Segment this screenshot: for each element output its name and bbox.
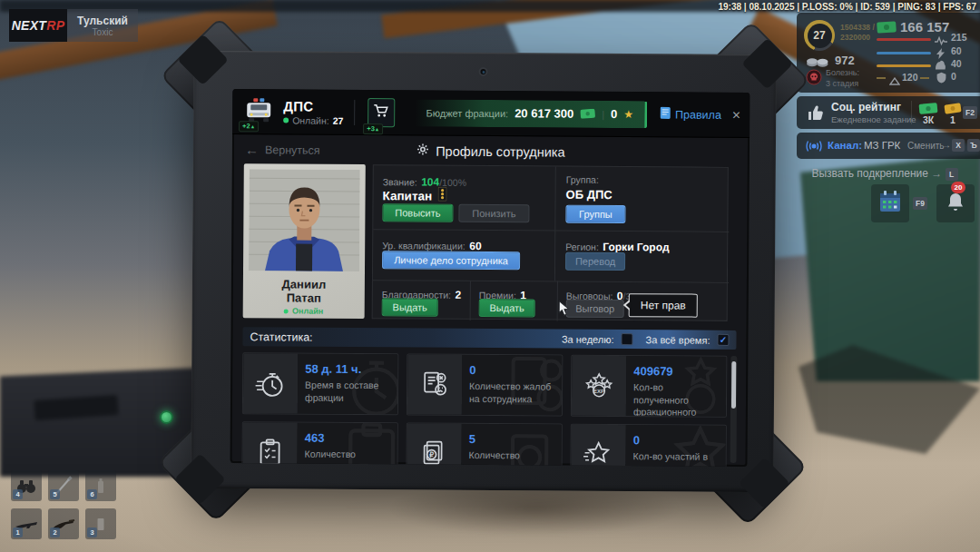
cards-scrollbar-thumb[interactable]	[731, 361, 736, 409]
armor-icon	[936, 71, 946, 87]
demote-button[interactable]: Понизить	[458, 204, 529, 223]
give-thanks-button[interactable]: Выдать	[382, 298, 438, 316]
stat-value: 463	[305, 431, 390, 446]
shop-badge-value: +3	[367, 124, 375, 133]
bell-icon	[946, 192, 965, 215]
star-icon	[571, 425, 625, 467]
arrow-right-icon: →	[931, 167, 942, 180]
status-line: 19:38 | 08.10.2025 | P.LOSS: 0% | ID: 53…	[719, 2, 977, 12]
inventory-slot[interactable]: 2	[48, 508, 79, 539]
stat-value: 409679	[633, 364, 719, 379]
employee-online-status: Онлайн	[249, 306, 359, 316]
stat-card-time: 58 д. 11 ч. Время в составефракции	[242, 352, 398, 415]
stat-label: Время в составефракции	[305, 380, 390, 405]
complaints-doc-icon	[407, 354, 462, 414]
inventory-slot[interactable]: 3	[85, 508, 116, 539]
inventory-slot[interactable]: 4	[11, 470, 42, 501]
stat-card-fines: ₽ 5 Количество	[406, 422, 562, 467]
mountain-icon	[889, 73, 900, 89]
inventory-slot[interactable]: 6	[85, 470, 116, 501]
thanks-value: 2	[455, 289, 461, 301]
tablet-camera	[479, 67, 488, 76]
close-button[interactable]: ×	[732, 107, 740, 122]
statistics-bar: Статистика: За неделю: За всё время: ✓	[242, 327, 736, 350]
faction-name: ДПС	[283, 98, 343, 113]
social-subtitle: Ежедневное задание	[831, 114, 916, 124]
week-filter-label: За неделю:	[562, 333, 614, 344]
nextrp-logo: NEXTRP	[9, 9, 67, 42]
stat-value: 0	[633, 433, 719, 448]
channel-key-x: X	[952, 139, 965, 152]
logo-next-text: NEXT	[12, 18, 47, 33]
disease-label: Болезнь:	[826, 68, 859, 77]
social-key-hint: F2	[963, 106, 977, 119]
inventory-slot[interactable]: 5	[48, 470, 79, 501]
game-screen: NEXTRP Тульский Toxic 19:38 | 08.10.2025…	[0, 0, 980, 552]
faction-tablet: +2▲ ДПС Онлайн:27 +3▲ Бюджет фракции: 20…	[191, 51, 776, 492]
daily-ticket-value: 1	[944, 114, 962, 125]
stat-label-line2: фракции	[305, 391, 344, 402]
rules-button[interactable]: Правила	[660, 106, 721, 122]
calendar-tile[interactable]	[871, 184, 909, 222]
online-count: 27	[333, 114, 344, 125]
reprimand-button[interactable]: Выговор	[566, 300, 624, 318]
shop-button[interactable]	[368, 98, 395, 127]
first-name: Даниил	[282, 277, 327, 291]
slot-number: 5	[50, 489, 60, 499]
panel-divider	[554, 167, 556, 281]
mugshot-portrait	[249, 258, 359, 274]
radio-icon	[804, 139, 824, 157]
last-name: Патап	[287, 291, 321, 304]
qualification-label: Ур. квалификации:	[382, 240, 466, 251]
thumbs-up-icon	[806, 103, 826, 126]
online-dot	[283, 117, 289, 123]
social-rating-panel[interactable]: Соц. рейтинг Ежедневное задание 3К 1 F2	[797, 96, 980, 129]
panel-divider	[470, 281, 471, 320]
arrow-right-icon: →	[942, 140, 951, 150]
svg-text:₽: ₽	[429, 449, 434, 458]
header-divider	[354, 100, 355, 125]
clipboard-icon	[242, 422, 297, 467]
player-hud-panel: 27 1504338 /2320000 166 157 972 Болезнь:…	[797, 13, 980, 93]
faction-budget: Бюджет фракции: 20 617 300 | 0 ★	[415, 99, 647, 128]
rules-label: Правила	[675, 108, 721, 121]
stat-label-line1: Количество	[305, 448, 356, 459]
stamina-dash-right	[920, 77, 929, 79]
give-bonus-button[interactable]: Выдать	[479, 299, 535, 317]
page-title-text: Профиль сотрудника	[436, 143, 564, 159]
exp-stars-icon: EXP	[572, 356, 626, 416]
level-ring: 27	[804, 20, 835, 51]
no-rights-tooltip: Нет прав	[629, 293, 698, 318]
dossier-button[interactable]: Личное дело сотрудника	[382, 251, 520, 270]
promote-button[interactable]: Повысить	[382, 203, 453, 222]
mouse-cursor	[558, 301, 571, 320]
stat-card-complaints: 0 Количество жалобна сотрудника	[407, 353, 563, 416]
up-arrow-icon: ▲	[375, 126, 379, 132]
week-checkbox[interactable]	[622, 333, 633, 345]
disease-stage: 3 стадия	[826, 79, 858, 88]
energy-value: 60	[951, 45, 962, 56]
up-arrow-icon: ▲	[250, 123, 255, 129]
groups-button[interactable]: Группы	[565, 205, 625, 223]
faction-icon-wrap[interactable]: +2▲	[241, 96, 276, 127]
stat-label: Кол-во участий в	[633, 450, 719, 463]
strength-value: 40	[951, 58, 962, 69]
stat-card-events: 0 Кол-во участий в	[570, 424, 726, 467]
shop-wrap[interactable]: +3▲	[366, 97, 397, 128]
members-badge: +2▲	[239, 121, 259, 132]
faction-title-block: ДПС Онлайн:27	[283, 98, 343, 125]
call-backup-hint: Вызвать подкрепление → L	[789, 167, 980, 181]
stat-label-line2: фракционного опыта	[633, 406, 697, 416]
shop-badge: +3▲	[363, 123, 383, 134]
social-title: Соц. рейтинг	[831, 101, 901, 113]
stat-value: 0	[469, 363, 554, 378]
inventory-slot[interactable]: 1	[11, 508, 42, 539]
calendar-icon	[878, 190, 902, 217]
alltime-checkbox[interactable]: ✓	[717, 334, 729, 346]
employee-info-panel: Звание: 104/100% Капитан Повысить Понизи…	[372, 164, 729, 321]
stamina-dash-left	[877, 77, 886, 79]
stat-label-line2: на сотрудника	[469, 393, 533, 404]
transfer-button[interactable]: Перевод	[565, 252, 625, 271]
stat-label: Количество	[469, 449, 554, 462]
cash-icon	[877, 21, 897, 37]
